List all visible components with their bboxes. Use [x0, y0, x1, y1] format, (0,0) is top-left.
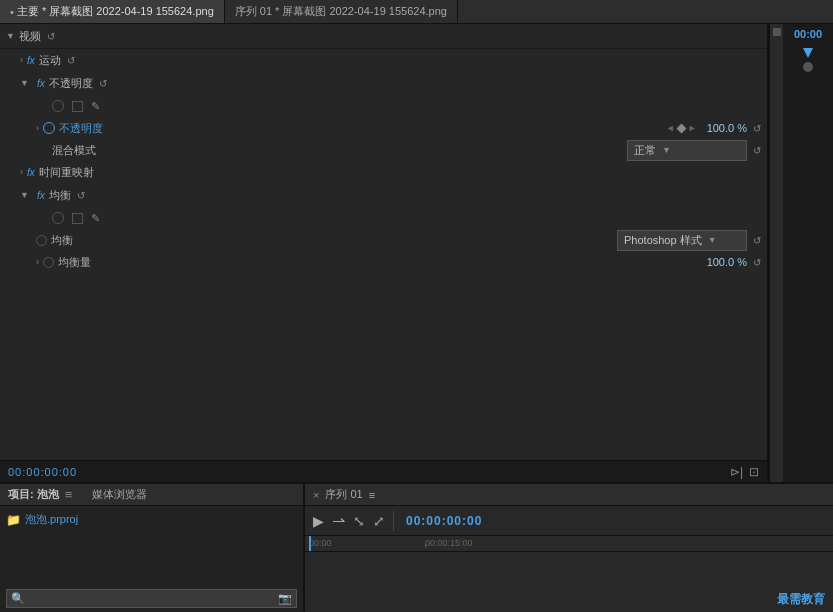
eq-prop-label: 均衡 — [51, 233, 73, 248]
seq-menu-icon[interactable]: ≡ — [369, 489, 375, 501]
media-browser-label: 媒体浏览器 — [92, 487, 147, 502]
seq-close[interactable]: × — [313, 489, 319, 501]
section-opacity[interactable]: ▼ fx 不透明度 ↺ — [0, 71, 767, 95]
section-equalize[interactable]: ▼ fx 均衡 ↺ — [0, 183, 767, 207]
reset-eq-amount-icon[interactable]: ↺ — [753, 257, 761, 268]
project-file-item[interactable]: 📁 泡泡.prproj — [6, 510, 297, 529]
folder-icon: 📁 — [6, 513, 21, 527]
fx-label-eq: fx — [37, 190, 45, 201]
eq-amount-value[interactable]: 100.0 % — [707, 256, 747, 268]
tab-main-label: 主要 * 屏幕截图 2022-04-19 155624.png — [17, 4, 214, 19]
reset-blend-icon[interactable]: ↺ — [753, 145, 761, 156]
tab-bar: • 主要 * 屏幕截图 2022-04-19 155624.png 序列 01 … — [0, 0, 833, 24]
eq-amount-timer[interactable] — [43, 257, 54, 268]
eq-timer-icon[interactable] — [36, 235, 47, 246]
opacity-square-toggle[interactable] — [72, 101, 83, 112]
slide-btn[interactable]: ⤢ — [371, 511, 387, 531]
opacity-timer-icon[interactable] — [43, 122, 55, 134]
eq-dropdown[interactable]: Photoshop 样式 ▼ — [617, 230, 747, 251]
chevron-equalize: ▼ — [20, 190, 29, 200]
eq-amount-label: 均衡量 — [58, 255, 91, 270]
blend-mode-value: 正常 — [634, 143, 656, 158]
time-controls: ⊳| ⊡ — [730, 465, 759, 479]
toolbar-divider — [393, 511, 394, 531]
opacity-right-arrow[interactable]: ► — [688, 123, 697, 133]
chevron-eq-amt: › — [36, 257, 39, 267]
opacity-keyframe[interactable] — [676, 123, 686, 133]
right-time-panel: 00:00 — [783, 24, 833, 482]
playhead-arrow — [803, 48, 813, 58]
opacity-sub-controls: ✎ — [0, 95, 767, 117]
project-content: 📁 泡泡.prproj — [0, 506, 303, 585]
opacity-pencil[interactable]: ✎ — [91, 100, 100, 113]
export-btn[interactable]: ⊡ — [749, 465, 759, 479]
row-opacity-value[interactable]: › 不透明度 ◄ ► 100.0 % ↺ — [0, 117, 767, 139]
slip-btn[interactable]: ⤡ — [351, 511, 367, 531]
equalize-label: 均衡 — [49, 188, 71, 203]
blend-dropdown-arrow: ▼ — [662, 145, 671, 155]
ruler-mark-15: 00:00:15:00 — [425, 538, 473, 548]
sequence-panel: × 序列 01 ≡ ▶ ⇀ ⤡ ⤢ 00:00:00:00 00:00 00:0… — [305, 484, 833, 612]
right-timecode: 00:00 — [794, 28, 822, 40]
reset-eq-icon[interactable]: ↺ — [77, 190, 85, 201]
eq-pencil[interactable]: ✎ — [91, 212, 100, 225]
reset-opacity-icon[interactable]: ↺ — [99, 78, 107, 89]
row-eq-amount[interactable]: › 均衡量 100.0 % ↺ — [0, 251, 767, 273]
opacity-label: 不透明度 — [59, 121, 103, 136]
goto-in-btn[interactable]: ⊳| — [730, 465, 743, 479]
chevron-remap: › — [20, 167, 23, 177]
eq-circle-toggle[interactable] — [52, 212, 64, 224]
opacity-value[interactable]: 100.0 % — [707, 122, 747, 134]
main-content: ▼ 视频 ↺ › fx 运动 ↺ ▼ fx 不透明度 ↺ — [0, 24, 833, 482]
remap-label: 时间重映射 — [39, 165, 94, 180]
chevron-motion: › — [20, 55, 23, 65]
seq-timeline[interactable]: 00:00 00:00:15:00 最需教育 — [305, 536, 833, 612]
right-scroll-bar[interactable] — [769, 24, 783, 482]
eq-sub-controls: ✎ — [0, 207, 767, 229]
motion-label: 运动 — [39, 53, 61, 68]
search-cam-icon[interactable]: 📷 — [278, 592, 292, 605]
search-icon: 🔍 — [11, 592, 25, 605]
ruler-mark-0: 00:00 — [309, 538, 332, 548]
chevron-opacity-val: › — [36, 123, 39, 133]
chevron-video: ▼ — [6, 31, 15, 41]
scroll-thumb[interactable] — [773, 28, 781, 36]
seq-panel-header: × 序列 01 ≡ — [305, 484, 833, 506]
project-menu-icon[interactable]: ≡ — [65, 487, 73, 502]
track-select-btn[interactable]: ⇀ — [330, 509, 347, 532]
project-file-name: 泡泡.prproj — [25, 512, 78, 527]
chevron-opacity: ▼ — [20, 78, 29, 88]
project-panel: 项目: 泡泡 ≡ 媒体浏览器 📁 泡泡.prproj 🔍 📷 — [0, 484, 305, 612]
tab-main[interactable]: • 主要 * 屏幕截图 2022-04-19 155624.png — [0, 0, 225, 23]
reset-motion-icon[interactable]: ↺ — [67, 55, 75, 66]
project-title: 项目: 泡泡 — [8, 487, 59, 502]
watermark: 最需教育 — [777, 591, 825, 608]
row-eq-value[interactable]: 均衡 Photoshop 样式 ▼ ↺ — [0, 229, 767, 251]
select-tool-btn[interactable]: ▶ — [311, 511, 326, 531]
tab-sequence[interactable]: 序列 01 * 屏幕截图 2022-04-19 155624.png — [225, 0, 458, 23]
eq-dropdown-arrow: ▼ — [708, 235, 717, 245]
reset-opacity-val-icon[interactable]: ↺ — [753, 123, 761, 134]
section-video[interactable]: ▼ 视频 ↺ — [0, 24, 767, 48]
ruler-playhead — [309, 536, 311, 551]
search-bar: 🔍 📷 — [6, 589, 297, 608]
opacity-circle-toggle[interactable] — [52, 100, 64, 112]
row-time-remap[interactable]: › fx 时间重映射 — [0, 161, 767, 183]
opacity-controls: ◄ ► — [666, 123, 697, 133]
reset-video-icon[interactable]: ↺ — [47, 31, 55, 42]
search-input[interactable] — [29, 593, 274, 605]
row-motion[interactable]: › fx 运动 ↺ — [0, 49, 767, 71]
effects-panel: ▼ 视频 ↺ › fx 运动 ↺ ▼ fx 不透明度 ↺ — [0, 24, 769, 482]
seq-title: 序列 01 — [325, 487, 362, 502]
eq-value: Photoshop 样式 — [624, 233, 702, 248]
row-blend-mode[interactable]: 混合模式 正常 ▼ ↺ — [0, 139, 767, 161]
fx-label-opacity: fx — [37, 78, 45, 89]
reset-eq-val-icon[interactable]: ↺ — [753, 235, 761, 246]
eq-square-toggle[interactable] — [72, 213, 83, 224]
video-label: 视频 — [19, 29, 41, 44]
opacity-left-arrow[interactable]: ◄ — [666, 123, 675, 133]
effects-scroll[interactable]: ▼ 视频 ↺ › fx 运动 ↺ ▼ fx 不透明度 ↺ — [0, 24, 767, 460]
seq-time-display: 00:00:00:00 — [406, 514, 482, 528]
tab-seq-label: 序列 01 * 屏幕截图 2022-04-19 155624.png — [235, 4, 447, 19]
blend-mode-dropdown[interactable]: 正常 ▼ — [627, 140, 747, 161]
